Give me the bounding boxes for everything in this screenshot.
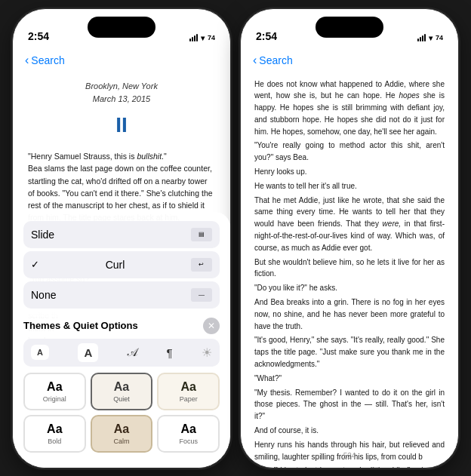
right-para-12: And of course, it is.: [254, 425, 445, 437]
theme-calm-aa: Aa: [98, 422, 146, 436]
left-phone: 2:54 ▾ 74 ‹ Search B: [12, 8, 231, 468]
battery-icon-right: 74: [436, 34, 443, 41]
scroll-slide-icon: ▤: [191, 228, 212, 241]
theme-focus-card[interactable]: Aa Focus: [157, 415, 220, 453]
right-para-6: But she wouldn't believe him, so he lets…: [254, 256, 445, 281]
scroll-curl-icon: ↩: [191, 258, 212, 272]
font-controls: A A 𝒜 ¶ ☀: [23, 339, 220, 367]
back-button-left[interactable]: ‹ Search: [25, 54, 65, 66]
right-para-3: Henry looks up.: [254, 166, 445, 178]
dynamic-island-right: [316, 17, 383, 38]
scroll-option-curl[interactable]: ✓ Curl ↩: [23, 251, 220, 278]
theme-quiet-card[interactable]: Aa Quiet: [91, 373, 153, 410]
nav-bar-right: ‹ Search: [241, 47, 458, 74]
theme-quiet-name: Quiet: [98, 395, 146, 403]
overlay-panel: Slide ▤ ✓ Curl ↩ None — Themes & Qu: [13, 212, 230, 468]
wifi-icon: ▾: [201, 34, 205, 42]
left-book-content: Brooklyn, New York March 13, 2015 II "He…: [13, 74, 230, 468]
theme-focus-aa: Aa: [165, 422, 212, 436]
themes-title: Themes & Quiet Options: [23, 320, 138, 331]
right-book-text: He does not know what happened to Addie,…: [241, 74, 458, 468]
theme-original-aa: Aa: [31, 380, 78, 394]
right-para-11: "My thesis. Remember? I wanted to do it …: [254, 387, 445, 422]
theme-original-card[interactable]: Aa Original: [23, 373, 86, 410]
right-para-14: pay off his student loans, travel a litt…: [254, 465, 445, 467]
theme-cards: Aa Original Aa Quiet Aa Paper: [23, 373, 220, 453]
paragraph-icon[interactable]: ¶: [166, 346, 172, 359]
right-para-2: "You're really going to method actor thi…: [254, 140, 445, 164]
theme-paper-name: Paper: [165, 395, 212, 403]
font-small-btn[interactable]: A: [31, 345, 49, 360]
theme-paper-card[interactable]: Aa Paper: [157, 373, 220, 410]
font-style-icon[interactable]: 𝒜: [128, 345, 137, 359]
right-para-7: "Do you like it?" he asks.: [254, 282, 445, 294]
status-icons-left: ▾ 74: [189, 34, 215, 42]
themes-header: Themes & Quiet Options ✕: [23, 318, 220, 334]
scroll-option-none[interactable]: None —: [23, 281, 220, 309]
font-large-btn[interactable]: A: [78, 343, 98, 362]
signal-icon: [189, 34, 198, 41]
book-header: Brooklyn, New York March 13, 2015 II: [28, 80, 215, 141]
battery-icon-left: 74: [208, 34, 215, 41]
theme-bold-aa: Aa: [31, 422, 78, 436]
scroll-curl-label: Curl: [106, 259, 125, 271]
theme-bold-card[interactable]: Aa Bold: [23, 415, 86, 453]
theme-bold-name: Bold: [31, 438, 78, 445]
close-button[interactable]: ✕: [203, 318, 220, 334]
chevron-left-icon: ‹: [25, 54, 29, 66]
scroll-options: Slide ▤ ✓ Curl ↩ None —: [23, 221, 220, 312]
scroll-option-slide[interactable]: Slide ▤: [23, 221, 220, 248]
time-left: 2:54: [28, 30, 49, 42]
right-book-content: He does not know what happened to Addie,…: [241, 74, 458, 468]
time-right: 2:54: [256, 30, 277, 42]
wifi-icon-right: ▾: [429, 34, 433, 42]
theme-calm-name: Calm: [98, 438, 146, 445]
brightness-icon[interactable]: ☀: [202, 345, 212, 360]
right-para-5: That he met Addie, just like he wrote, t…: [254, 195, 445, 254]
scroll-none-label: None: [31, 289, 56, 301]
right-para-8: And Bea breaks into a grin. There is no …: [254, 296, 445, 332]
book-para-1: "Henry Samuel Strauss, this is bullshit.…: [28, 150, 215, 162]
scroll-slide-label: Slide: [31, 229, 54, 241]
nav-bar-left: ‹ Search: [13, 47, 230, 74]
theme-calm-card[interactable]: Aa Calm: [91, 415, 153, 453]
theme-quiet-aa: Aa: [98, 380, 146, 394]
theme-focus-name: Focus: [165, 438, 212, 445]
book-location: Brooklyn, New York March 13, 2015: [28, 80, 215, 106]
right-para-1: He does not know what happened to Addie,…: [254, 78, 445, 138]
right-phone: 2:54 ▾ 74 ‹ Search He does not know what…: [240, 8, 459, 468]
right-para-4: He wants to tell her it's all true.: [254, 180, 445, 192]
back-button-right[interactable]: ‹ Search: [253, 54, 293, 66]
page-number: 524: [241, 452, 458, 460]
phones-container: 2:54 ▾ 74 ‹ Search B: [12, 8, 459, 468]
right-para-10: "What?": [254, 373, 445, 385]
checkmark-icon: ✓: [31, 259, 39, 270]
dynamic-island: [88, 17, 155, 38]
theme-original-name: Original: [31, 395, 78, 403]
chevron-left-icon-right: ‹: [253, 54, 257, 66]
signal-icon-right: [417, 34, 426, 41]
book-chapter: II: [28, 109, 215, 141]
status-icons-right: ▾ 74: [417, 34, 443, 42]
scroll-none-icon: —: [191, 288, 212, 302]
theme-paper-aa: Aa: [165, 380, 212, 394]
right-para-9: "It's good, Henry," she says. "It's real…: [254, 334, 445, 370]
